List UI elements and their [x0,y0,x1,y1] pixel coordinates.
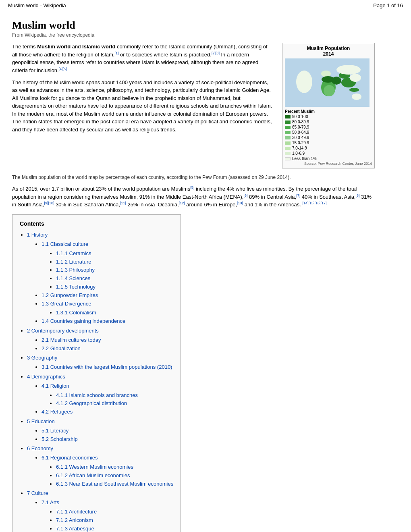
toc-item-5: 5 Education 5.1 Literacy 5.2 Scholarship [27,418,173,443]
page-header: Muslim world - Wikipedia Page 1 of 16 [0,0,411,11]
svg-point-10 [350,74,361,82]
svg-point-6 [322,76,334,83]
toc-link-1-1-3[interactable]: 1.1.3 Philosophy [56,267,95,273]
toc-item-6-1: 6.1 Regional economies 6.1.1 Western Mus… [42,454,173,488]
toc-link-4-1-1[interactable]: 4.1.1 Islamic schools and branches [56,392,138,398]
toc-link-1-1-1[interactable]: 1.1.1 Ceramics [56,250,91,256]
map-box: Muslim Population 2014 [282,43,375,168]
toc-link-7[interactable]: 7 Culture [27,490,48,496]
svg-point-7 [324,85,335,96]
toc-item-4-1: 4.1 Religion 4.1.1 Islamic schools and b… [42,382,173,408]
svg-point-8 [296,71,312,93]
map-title: Muslim Population 2014 [285,46,372,57]
svg-point-12 [352,94,361,100]
toc-link-1-1-2[interactable]: 1.1.2 Literature [56,259,91,265]
toc-link-1-3[interactable]: 1.3 Great Divergence [42,301,91,307]
toc-link-6-1[interactable]: 6.1 Regional economies [42,455,98,461]
toc-link-7-1-2[interactable]: 7.1.2 Aniconism [56,517,93,523]
main-content: Muslim world From Wikipedia, the free en… [0,11,387,532]
intro-section: The terms Muslim world and Islamic world… [12,43,375,168]
toc-item-7: 7 Culture 7.1 Arts 7.1.1 Architecture 7.… [27,489,173,532]
toc-link-1-4[interactable]: 1.4 Countries gaining independence [42,318,125,324]
toc-link-4-1[interactable]: 4.1 Religion [42,383,69,389]
svg-point-9 [336,65,361,75]
toc-link-1-1-5[interactable]: 1.1.5 Technology [56,284,95,290]
toc-link-1-1-4[interactable]: 1.1.4 Sciences [56,275,90,281]
toc-link-7-1[interactable]: 7.1 Arts [42,499,59,505]
article-title: Muslim world [12,19,375,31]
toc-item-1: 1 History 1.1 Classical culture 1.1.1 Ce… [27,231,173,326]
population-paragraph: As of 2015, over 1.7 billion or about 23… [12,185,375,209]
toc-item-1-1: 1.1 Classical culture 1.1.1 Ceramics 1.1… [42,240,173,291]
toc-link-6-1-3[interactable]: 6.1.3 Near East and Southwest Muslim eco… [56,481,173,487]
toc-link-2-1[interactable]: 2.1 Muslim cultures today [42,337,101,343]
toc-link-6-1-1[interactable]: 6.1.1 Western Muslim economies [56,464,133,470]
map-caption: The Muslim population of the world map b… [12,174,375,181]
toc-link-7-1-1[interactable]: 7.1.1 Architecture [56,509,97,515]
toc-list: 1 History 1.1 Classical culture 1.1.1 Ce… [20,231,173,532]
toc-item-1-3: 1.3 Great Divergence 1.3.1 Colonialism [42,300,173,318]
toc-item-3: 3 Geography 3.1 Countries with the large… [27,354,173,372]
toc-link-4[interactable]: 4 Demographics [27,374,65,380]
intro-paragraph-2: The history of the Muslim world spans ab… [12,79,274,134]
toc-item-7-1: 7.1 Arts 7.1.1 Architecture 7.1.2 Anicon… [42,499,173,532]
toc-link-5-2[interactable]: 5.2 Scholarship [42,436,78,442]
toc-link-5-1[interactable]: 5.1 Literacy [42,428,68,434]
page-title: Muslim world - Wikipedia [8,2,66,8]
toc-link-1[interactable]: 1 History [27,232,48,238]
toc-link-3[interactable]: 3 Geography [27,355,57,361]
page-number: Page 1 of 16 [373,2,403,8]
toc-box: Contents 1 History 1.1 Classical culture… [12,214,181,532]
intro-text: The terms Muslim world and Islamic world… [12,43,274,168]
map-visual [285,58,369,107]
intro-paragraph-1: The terms Muslim world and Islamic world… [12,43,274,75]
toc-link-2[interactable]: 2 Contemporary developments [27,328,99,334]
toc-item-4: 4 Demographics 4.1 Religion 4.1.1 Islami… [27,373,173,416]
toc-link-6[interactable]: 6 Economy [27,445,53,451]
toc-link-6-1-2[interactable]: 6.1.2 African Muslim economies [56,472,130,478]
toc-link-1-3-1[interactable]: 1.3.1 Colonialism [56,310,96,316]
toc-link-4-1-2[interactable]: 4.1.2 Geographical distribution [56,400,127,406]
toc-link-4-2[interactable]: 4.2 Refugees [42,409,73,415]
toc-link-2-2[interactable]: 2.2 Globalization [42,345,81,351]
toc-link-7-1-3[interactable]: 7.1.3 Arabesque [56,526,94,532]
toc-link-1-2[interactable]: 1.2 Gunpowder Empires [42,292,98,298]
toc-item-6: 6 Economy 6.1 Regional economies 6.1.1 W… [27,445,173,488]
toc-link-3-1[interactable]: 3.1 Countries with the largest Muslim po… [42,364,172,370]
map-legend: Percent Muslim 90.0-100 80.0-89.9 65.0-7… [285,109,372,166]
toc-link-5[interactable]: 5 Education [27,418,55,424]
toc-title: Contents [20,220,173,227]
svg-point-11 [349,88,359,92]
article-subtitle: From Wikipedia, the free encyclopedia [12,32,375,38]
toc-item-2: 2 Contemporary developments 2.1 Muslim c… [27,327,173,353]
map-source: Source: Pew Research Center, June 2014 [285,162,372,166]
toc-link-1-1[interactable]: 1.1 Classical culture [42,241,88,247]
svg-point-5 [321,71,331,77]
